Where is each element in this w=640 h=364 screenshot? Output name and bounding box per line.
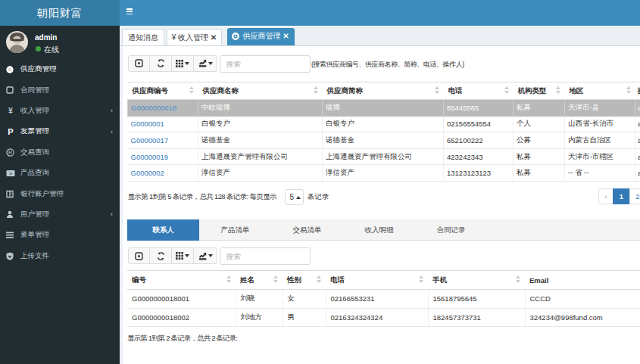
svg-text:»: » [9,170,12,176]
svg-text:R: R [8,150,12,155]
